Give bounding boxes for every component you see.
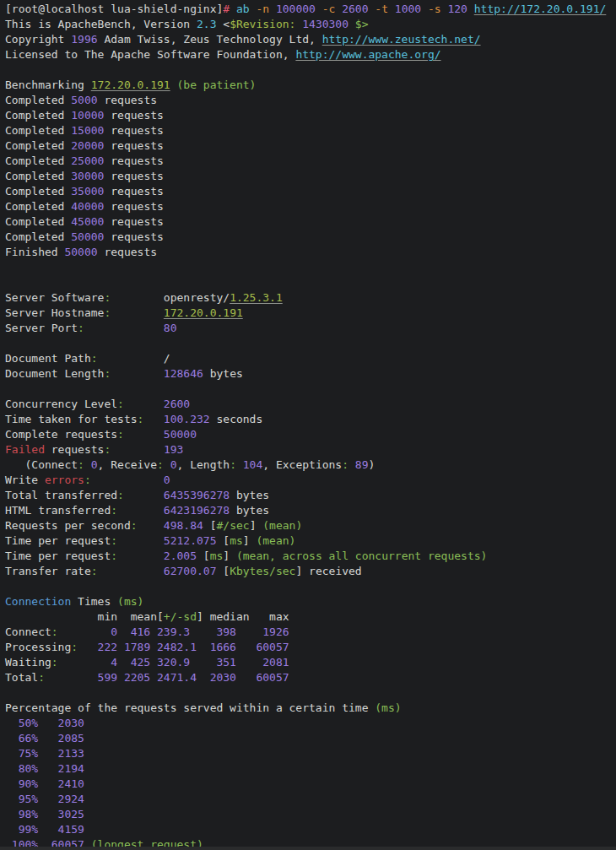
terminal-line: Completed 20000 requests (5, 138, 616, 154)
text-segment: 1430300 (302, 18, 349, 30)
ip-link[interactable]: 172.20.0.191 (91, 79, 170, 91)
text-segment: 15000 (71, 124, 104, 137)
terminal-line: [root@localhost lua-shield-nginx]# ab -n… (5, 2, 616, 17)
text-segment: Completed (5, 154, 71, 167)
text-segment: 1996 (71, 33, 97, 46)
terminal-line: Completed 30000 requests (5, 169, 616, 184)
text-segment (91, 474, 164, 486)
text-segment: : (157, 458, 164, 471)
terminal-line: Complete requests: 50000 (5, 427, 616, 442)
text-segment: bytes (230, 504, 269, 517)
text-segment: min mean[ (5, 610, 164, 623)
text-segment: Licensed to The Apache Software Foundati… (5, 48, 295, 61)
text-segment: 25000 (71, 154, 104, 167)
text-segment: Total (5, 671, 38, 684)
text-segment: 62700.07 (164, 565, 217, 577)
text-segment: [ (203, 519, 217, 532)
text-segment: requests (104, 154, 163, 167)
text-segment: requests (45, 443, 104, 456)
text-segment: seconds (210, 413, 263, 425)
text-segment: # (223, 3, 230, 15)
terminal-line: 66% 2085 (5, 731, 616, 746)
text-segment: 66% 2085 (5, 732, 84, 744)
terminal-line: Transfer rate: 62700.07 [Kbytes/sec] rec… (5, 564, 616, 579)
terminal-output: [root@localhost lua-shield-nginx]# ab -n… (0, 0, 616, 850)
text-segment: (mean) (262, 519, 302, 532)
text-segment: Adam Twiss, Zeus Technology Ltd, (98, 33, 322, 46)
text-segment: requests (104, 124, 163, 137)
terminal-line: Finished 50000 requests (5, 245, 616, 260)
text-segment: requests (104, 109, 163, 122)
text-segment: HTML transferred (5, 504, 111, 517)
text-segment: [ (197, 550, 210, 562)
text-segment: 6423196278 (164, 504, 230, 517)
text-segment: (ms) (375, 701, 401, 714)
version-link[interactable]: 1.25.3.1 (230, 291, 283, 304)
terminal-line: 50% 2030 (5, 716, 616, 731)
text-segment: (be patient) (177, 79, 257, 91)
url-link[interactable]: http://172.20.0.191/ (474, 3, 607, 15)
text-segment: requests (104, 139, 163, 152)
text-segment: Document Path (5, 352, 91, 365)
text-segment: Server Software (5, 291, 104, 304)
text-segment: : (230, 458, 236, 471)
text-segment: 10000 (71, 109, 104, 122)
text-segment: 0 (170, 458, 177, 471)
text-segment: Kbytes/sec (230, 565, 295, 577)
terminal-line (5, 382, 616, 397)
terminal-line: Completed 15000 requests (5, 123, 616, 138)
terminal-line: 99% 4159 (5, 822, 616, 837)
text-segment: +/-sd (164, 610, 197, 623)
terminal-line: Completed 35000 requests (5, 184, 616, 199)
text-segment: 75% 2133 (5, 747, 84, 760)
text-segment: Percentage of the requests served within… (5, 701, 375, 714)
text-segment: -s (428, 3, 441, 15)
text-segment: Waiting (5, 656, 51, 669)
url-link[interactable]: http://www.zeustech.net/ (322, 33, 481, 46)
text-segment: 6435396278 (164, 489, 230, 501)
text-segment: [root@localhost lua-shield-nginx] (5, 3, 223, 15)
ip-link[interactable]: 172.20.0.191 (164, 306, 243, 319)
text-segment: This is ApacheBench, Version (5, 18, 197, 30)
text-segment: : (111, 534, 117, 547)
text-segment: Completed (5, 230, 71, 243)
text-segment: 20000 (71, 139, 104, 152)
text-segment: 50000 (71, 230, 104, 243)
text-segment: Requests per second (5, 519, 131, 532)
text-segment: ms (210, 550, 224, 562)
terminal-line: Connection Times (ms) (5, 594, 616, 609)
text-segment: 80% 2194 (5, 762, 84, 775)
terminal-line: (Connect: 0, Receive: 0, Length: 104, Ex… (5, 457, 616, 473)
text-segment: ] median max (197, 610, 289, 623)
text-segment: 50000 (64, 246, 97, 258)
terminal-line (5, 275, 616, 290)
text-segment: : (71, 641, 78, 653)
terminal-line: Concurrency Level: 2600 (5, 397, 616, 412)
terminal-line: Document Length: 128646 bytes (5, 366, 616, 382)
url-link[interactable]: http://www.apache.org/ (295, 48, 440, 61)
text-segment: Connection (5, 595, 71, 608)
text-segment: [ (216, 565, 230, 577)
text-segment: 99% 4159 (5, 823, 84, 836)
text-segment (84, 322, 164, 334)
text-segment: (Connect (5, 458, 78, 471)
terminal-line: Percentage of the requests served within… (5, 701, 616, 716)
text-segment: 0 (164, 474, 170, 486)
terminal-line: Failed requests: 193 (5, 442, 616, 457)
text-segment: : (38, 671, 45, 684)
text-segment (124, 398, 164, 410)
terminal-window[interactable]: [root@localhost lua-shield-nginx]# ab -n… (0, 0, 616, 850)
terminal-line: Completed 40000 requests (5, 199, 616, 214)
terminal-line (5, 260, 616, 275)
text-segment: 222 1789 2482.1 1666 60057 (78, 641, 289, 653)
text-segment (111, 306, 164, 319)
text-segment: 80 (164, 322, 177, 334)
text-segment: Completed (5, 185, 71, 198)
terminal-line: Write errors: 0 (5, 473, 616, 488)
text-segment: 599 2205 2471.4 2030 60057 (45, 671, 289, 684)
text-segment: : (117, 489, 124, 501)
terminal-line: 80% 2194 (5, 761, 616, 777)
text-segment: (mean, across all concurrent requests) (236, 550, 487, 562)
text-segment (117, 550, 164, 562)
text-segment: 120 (447, 3, 467, 15)
